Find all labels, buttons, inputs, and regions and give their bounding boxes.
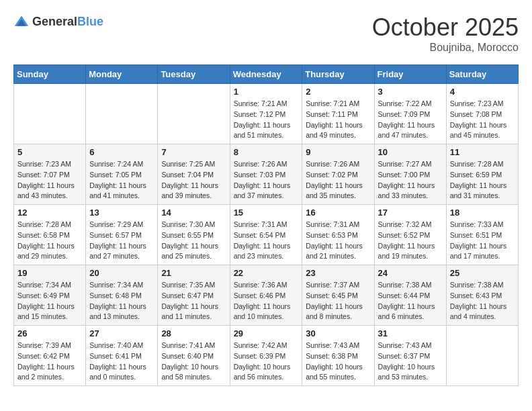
calendar-day-cell: 9Sunrise: 7:26 AM Sunset: 7:02 PM Daylig…: [302, 144, 374, 205]
calendar-day-cell: 14Sunrise: 7:30 AM Sunset: 6:55 PM Dayli…: [158, 205, 230, 265]
calendar-day-cell: [446, 326, 518, 386]
day-number: 11: [450, 147, 515, 157]
weekday-header-row: SundayMondayTuesdayWednesdayThursdayFrid…: [14, 65, 519, 84]
calendar-day-cell: [158, 84, 230, 144]
day-number: 21: [161, 268, 226, 278]
day-number: 18: [450, 208, 515, 218]
day-detail: Sunrise: 7:31 AM Sunset: 6:54 PM Dayligh…: [234, 220, 299, 262]
page-header: GeneralBlue October 2025 Boujniba, Moroc…: [13, 13, 519, 54]
calendar-day-cell: 24Sunrise: 7:38 AM Sunset: 6:44 PM Dayli…: [374, 265, 446, 326]
day-number: 9: [306, 147, 370, 157]
calendar-day-cell: 15Sunrise: 7:31 AM Sunset: 6:54 PM Dayli…: [230, 205, 302, 265]
day-number: 16: [306, 208, 370, 218]
day-detail: Sunrise: 7:23 AM Sunset: 7:08 PM Dayligh…: [450, 99, 515, 141]
weekday-header-cell: Sunday: [14, 65, 86, 84]
day-detail: Sunrise: 7:36 AM Sunset: 6:46 PM Dayligh…: [234, 280, 299, 322]
calendar-day-cell: 6Sunrise: 7:24 AM Sunset: 7:05 PM Daylig…: [86, 144, 158, 205]
calendar-day-cell: 7Sunrise: 7:25 AM Sunset: 7:04 PM Daylig…: [158, 144, 230, 205]
day-number: 12: [17, 208, 82, 218]
day-detail: Sunrise: 7:32 AM Sunset: 6:52 PM Dayligh…: [378, 220, 443, 262]
calendar-day-cell: 25Sunrise: 7:38 AM Sunset: 6:43 PM Dayli…: [446, 265, 518, 326]
calendar-day-cell: 11Sunrise: 7:28 AM Sunset: 6:59 PM Dayli…: [446, 144, 518, 205]
day-detail: Sunrise: 7:39 AM Sunset: 6:42 PM Dayligh…: [17, 340, 82, 383]
day-detail: Sunrise: 7:40 AM Sunset: 6:41 PM Dayligh…: [89, 340, 154, 383]
day-number: 13: [89, 208, 154, 218]
day-number: 2: [306, 87, 370, 97]
day-detail: Sunrise: 7:43 AM Sunset: 6:37 PM Dayligh…: [378, 340, 443, 383]
day-number: 29: [234, 328, 299, 338]
day-detail: Sunrise: 7:23 AM Sunset: 7:07 PM Dayligh…: [17, 159, 82, 201]
day-detail: Sunrise: 7:25 AM Sunset: 7:04 PM Dayligh…: [161, 159, 226, 201]
calendar-day-cell: 22Sunrise: 7:36 AM Sunset: 6:46 PM Dayli…: [230, 265, 302, 326]
day-number: 19: [17, 268, 82, 278]
calendar-day-cell: 12Sunrise: 7:28 AM Sunset: 6:58 PM Dayli…: [14, 205, 86, 265]
logo-icon: [13, 13, 30, 30]
day-detail: Sunrise: 7:41 AM Sunset: 6:40 PM Dayligh…: [161, 340, 226, 383]
day-number: 28: [161, 328, 226, 338]
calendar-week-row: 26Sunrise: 7:39 AM Sunset: 6:42 PM Dayli…: [14, 326, 519, 386]
day-number: 30: [306, 328, 370, 338]
month-title: October 2025: [372, 13, 519, 42]
calendar-week-row: 12Sunrise: 7:28 AM Sunset: 6:58 PM Dayli…: [14, 205, 519, 265]
logo-text-general: General: [32, 15, 77, 28]
calendar-day-cell: 20Sunrise: 7:34 AM Sunset: 6:48 PM Dayli…: [86, 265, 158, 326]
calendar-week-row: 1Sunrise: 7:21 AM Sunset: 7:12 PM Daylig…: [14, 84, 519, 144]
calendar-day-cell: 3Sunrise: 7:22 AM Sunset: 7:09 PM Daylig…: [374, 84, 446, 144]
day-detail: Sunrise: 7:43 AM Sunset: 6:38 PM Dayligh…: [306, 340, 370, 383]
calendar-day-cell: [86, 84, 158, 144]
day-detail: Sunrise: 7:33 AM Sunset: 6:51 PM Dayligh…: [450, 220, 515, 262]
day-number: 14: [161, 208, 226, 218]
day-number: 7: [161, 147, 226, 157]
day-number: 26: [17, 328, 82, 338]
day-detail: Sunrise: 7:28 AM Sunset: 6:58 PM Dayligh…: [17, 220, 82, 262]
location-title: Boujniba, Morocco: [372, 42, 519, 54]
calendar-day-cell: 31Sunrise: 7:43 AM Sunset: 6:37 PM Dayli…: [374, 326, 446, 386]
weekday-header-cell: Monday: [86, 65, 158, 84]
calendar-week-row: 5Sunrise: 7:23 AM Sunset: 7:07 PM Daylig…: [14, 144, 519, 205]
calendar-day-cell: 1Sunrise: 7:21 AM Sunset: 7:12 PM Daylig…: [230, 84, 302, 144]
weekday-header-cell: Tuesday: [158, 65, 230, 84]
day-detail: Sunrise: 7:21 AM Sunset: 7:12 PM Dayligh…: [234, 99, 299, 141]
calendar-day-cell: 17Sunrise: 7:32 AM Sunset: 6:52 PM Dayli…: [374, 205, 446, 265]
day-number: 17: [378, 208, 443, 218]
calendar-day-cell: 26Sunrise: 7:39 AM Sunset: 6:42 PM Dayli…: [14, 326, 86, 386]
calendar-day-cell: 5Sunrise: 7:23 AM Sunset: 7:07 PM Daylig…: [14, 144, 86, 205]
calendar-day-cell: 8Sunrise: 7:26 AM Sunset: 7:03 PM Daylig…: [230, 144, 302, 205]
day-detail: Sunrise: 7:21 AM Sunset: 7:11 PM Dayligh…: [306, 99, 370, 141]
day-detail: Sunrise: 7:34 AM Sunset: 6:48 PM Dayligh…: [89, 280, 154, 322]
day-number: 24: [378, 268, 443, 278]
day-number: 5: [17, 147, 82, 157]
day-number: 25: [450, 268, 515, 278]
title-block: October 2025 Boujniba, Morocco: [372, 13, 519, 54]
day-detail: Sunrise: 7:35 AM Sunset: 6:47 PM Dayligh…: [161, 280, 226, 322]
day-number: 15: [234, 208, 299, 218]
calendar-day-cell: 10Sunrise: 7:27 AM Sunset: 7:00 PM Dayli…: [374, 144, 446, 205]
day-number: 6: [89, 147, 154, 157]
day-number: 4: [450, 87, 515, 97]
day-detail: Sunrise: 7:30 AM Sunset: 6:55 PM Dayligh…: [161, 220, 226, 262]
calendar-day-cell: [14, 84, 86, 144]
day-number: 23: [306, 268, 370, 278]
calendar-day-cell: 4Sunrise: 7:23 AM Sunset: 7:08 PM Daylig…: [446, 84, 518, 144]
day-number: 3: [378, 87, 443, 97]
day-number: 8: [234, 147, 299, 157]
day-detail: Sunrise: 7:26 AM Sunset: 7:03 PM Dayligh…: [234, 159, 299, 201]
day-detail: Sunrise: 7:24 AM Sunset: 7:05 PM Dayligh…: [89, 159, 154, 201]
day-detail: Sunrise: 7:28 AM Sunset: 6:59 PM Dayligh…: [450, 159, 515, 201]
calendar-day-cell: 28Sunrise: 7:41 AM Sunset: 6:40 PM Dayli…: [158, 326, 230, 386]
day-number: 1: [234, 87, 299, 97]
day-detail: Sunrise: 7:38 AM Sunset: 6:43 PM Dayligh…: [450, 280, 515, 322]
calendar-table: SundayMondayTuesdayWednesdayThursdayFrid…: [13, 64, 519, 386]
calendar-day-cell: 29Sunrise: 7:42 AM Sunset: 6:39 PM Dayli…: [230, 326, 302, 386]
weekday-header-cell: Wednesday: [230, 65, 302, 84]
day-detail: Sunrise: 7:26 AM Sunset: 7:02 PM Dayligh…: [306, 159, 370, 201]
calendar-day-cell: 16Sunrise: 7:31 AM Sunset: 6:53 PM Dayli…: [302, 205, 374, 265]
day-number: 31: [378, 328, 443, 338]
day-detail: Sunrise: 7:29 AM Sunset: 6:57 PM Dayligh…: [89, 220, 154, 262]
day-detail: Sunrise: 7:37 AM Sunset: 6:45 PM Dayligh…: [306, 280, 370, 322]
day-number: 27: [89, 328, 154, 338]
day-detail: Sunrise: 7:42 AM Sunset: 6:39 PM Dayligh…: [234, 340, 299, 383]
weekday-header-cell: Friday: [374, 65, 446, 84]
calendar-day-cell: 19Sunrise: 7:34 AM Sunset: 6:49 PM Dayli…: [14, 265, 86, 326]
day-number: 22: [234, 268, 299, 278]
